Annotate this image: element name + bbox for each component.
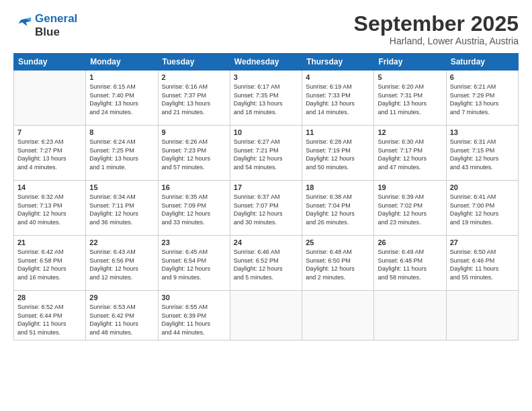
day-info: Sunrise: 6:38 AM Sunset: 7:04 PM Dayligh… <box>306 193 370 226</box>
calendar-cell <box>14 71 86 126</box>
day-number: 28 <box>17 293 82 302</box>
calendar-cell: 17Sunrise: 6:37 AM Sunset: 7:07 PM Dayli… <box>230 181 302 236</box>
calendar-body: 1Sunrise: 6:15 AM Sunset: 7:40 PM Daylig… <box>14 71 519 340</box>
day-number: 4 <box>306 73 370 81</box>
calendar-cell: 9Sunrise: 6:26 AM Sunset: 7:23 PM Daylig… <box>158 126 230 181</box>
day-number: 27 <box>450 238 515 246</box>
day-info: Sunrise: 6:24 AM Sunset: 7:25 PM Dayligh… <box>89 138 154 171</box>
weekday-saturday: Saturday <box>446 54 518 71</box>
weekday-header-row: SundayMondayTuesdayWednesdayThursdayFrid… <box>14 54 519 71</box>
location-subtitle: Harland, Lower Austria, Austria <box>354 36 519 46</box>
calendar-cell: 10Sunrise: 6:27 AM Sunset: 7:21 PM Dayli… <box>230 126 302 181</box>
calendar-cell: 21Sunrise: 6:42 AM Sunset: 6:58 PM Dayli… <box>14 236 86 291</box>
day-number: 22 <box>89 238 154 246</box>
calendar-cell: 15Sunrise: 6:34 AM Sunset: 7:11 PM Dayli… <box>86 181 158 236</box>
calendar-cell: 23Sunrise: 6:45 AM Sunset: 6:54 PM Dayli… <box>158 236 230 291</box>
day-info: Sunrise: 6:46 AM Sunset: 6:52 PM Dayligh… <box>234 248 298 281</box>
calendar-cell: 18Sunrise: 6:38 AM Sunset: 7:04 PM Dayli… <box>302 181 374 236</box>
calendar-cell: 5Sunrise: 6:20 AM Sunset: 7:31 PM Daylig… <box>374 71 446 126</box>
day-number: 11 <box>306 128 370 136</box>
day-number: 6 <box>450 73 515 81</box>
calendar-cell: 26Sunrise: 6:49 AM Sunset: 6:48 PM Dayli… <box>374 236 446 291</box>
day-number: 17 <box>234 183 298 191</box>
calendar-cell: 24Sunrise: 6:46 AM Sunset: 6:52 PM Dayli… <box>230 236 302 291</box>
calendar-cell: 22Sunrise: 6:43 AM Sunset: 6:56 PM Dayli… <box>86 236 158 291</box>
week-row-4: 21Sunrise: 6:42 AM Sunset: 6:58 PM Dayli… <box>14 236 519 291</box>
day-info: Sunrise: 6:37 AM Sunset: 7:07 PM Dayligh… <box>234 193 298 226</box>
week-row-3: 14Sunrise: 6:32 AM Sunset: 7:13 PM Dayli… <box>14 181 519 236</box>
day-info: Sunrise: 6:42 AM Sunset: 6:58 PM Dayligh… <box>17 248 82 281</box>
day-info: Sunrise: 6:16 AM Sunset: 7:37 PM Dayligh… <box>162 83 226 116</box>
calendar-cell: 12Sunrise: 6:30 AM Sunset: 7:17 PM Dayli… <box>374 126 446 181</box>
day-info: Sunrise: 6:30 AM Sunset: 7:17 PM Dayligh… <box>378 138 442 171</box>
day-number: 3 <box>234 73 298 81</box>
calendar-cell: 29Sunrise: 6:53 AM Sunset: 6:42 PM Dayli… <box>86 291 158 340</box>
logo-text: General Blue <box>35 12 77 38</box>
calendar-cell: 16Sunrise: 6:35 AM Sunset: 7:09 PM Dayli… <box>158 181 230 236</box>
day-number: 24 <box>234 238 298 246</box>
day-number: 26 <box>378 238 442 246</box>
day-info: Sunrise: 6:20 AM Sunset: 7:31 PM Dayligh… <box>378 83 442 116</box>
calendar-cell: 6Sunrise: 6:21 AM Sunset: 7:29 PM Daylig… <box>446 71 518 126</box>
calendar-cell: 3Sunrise: 6:17 AM Sunset: 7:35 PM Daylig… <box>230 71 302 126</box>
week-row-5: 28Sunrise: 6:52 AM Sunset: 6:44 PM Dayli… <box>14 291 519 340</box>
weekday-tuesday: Tuesday <box>158 54 230 71</box>
calendar-cell: 2Sunrise: 6:16 AM Sunset: 7:37 PM Daylig… <box>158 71 230 126</box>
day-number: 5 <box>378 73 442 81</box>
day-info: Sunrise: 6:43 AM Sunset: 6:56 PM Dayligh… <box>89 248 154 281</box>
title-block: September 2025 Harland, Lower Austria, A… <box>354 12 519 46</box>
calendar-cell: 4Sunrise: 6:19 AM Sunset: 7:33 PM Daylig… <box>302 71 374 126</box>
day-info: Sunrise: 6:26 AM Sunset: 7:23 PM Dayligh… <box>162 138 226 171</box>
day-info: Sunrise: 6:19 AM Sunset: 7:33 PM Dayligh… <box>306 83 370 116</box>
day-number: 23 <box>162 238 226 246</box>
logo-line1: General <box>35 12 77 25</box>
week-row-1: 1Sunrise: 6:15 AM Sunset: 7:40 PM Daylig… <box>14 71 519 126</box>
day-info: Sunrise: 6:21 AM Sunset: 7:29 PM Dayligh… <box>450 83 515 116</box>
day-number: 20 <box>450 183 515 191</box>
day-number: 1 <box>89 73 154 81</box>
day-number: 15 <box>89 183 154 191</box>
calendar-cell: 11Sunrise: 6:28 AM Sunset: 7:19 PM Dayli… <box>302 126 374 181</box>
day-number: 19 <box>378 183 442 191</box>
week-row-2: 7Sunrise: 6:23 AM Sunset: 7:27 PM Daylig… <box>14 126 519 181</box>
weekday-sunday: Sunday <box>14 54 86 71</box>
calendar: SundayMondayTuesdayWednesdayThursdayFrid… <box>13 53 519 340</box>
calendar-cell: 20Sunrise: 6:41 AM Sunset: 7:00 PM Dayli… <box>446 181 518 236</box>
day-info: Sunrise: 6:49 AM Sunset: 6:48 PM Dayligh… <box>378 248 442 281</box>
weekday-friday: Friday <box>374 54 446 71</box>
calendar-cell <box>230 291 302 340</box>
calendar-cell: 13Sunrise: 6:31 AM Sunset: 7:15 PM Dayli… <box>446 126 518 181</box>
day-info: Sunrise: 6:31 AM Sunset: 7:15 PM Dayligh… <box>450 138 515 171</box>
day-number: 14 <box>17 183 82 191</box>
day-info: Sunrise: 6:23 AM Sunset: 7:27 PM Dayligh… <box>17 138 82 171</box>
calendar-cell: 19Sunrise: 6:39 AM Sunset: 7:02 PM Dayli… <box>374 181 446 236</box>
day-info: Sunrise: 6:50 AM Sunset: 6:46 PM Dayligh… <box>450 248 515 281</box>
day-info: Sunrise: 6:53 AM Sunset: 6:42 PM Dayligh… <box>89 303 154 336</box>
day-info: Sunrise: 6:17 AM Sunset: 7:35 PM Dayligh… <box>234 83 298 116</box>
day-info: Sunrise: 6:55 AM Sunset: 6:39 PM Dayligh… <box>162 303 226 336</box>
day-number: 8 <box>89 128 154 136</box>
day-number: 9 <box>162 128 226 136</box>
day-info: Sunrise: 6:28 AM Sunset: 7:19 PM Dayligh… <box>306 138 370 171</box>
header: General Blue September 2025 Harland, Low… <box>13 12 519 46</box>
calendar-cell: 27Sunrise: 6:50 AM Sunset: 6:46 PM Dayli… <box>446 236 518 291</box>
day-number: 16 <box>162 183 226 191</box>
weekday-thursday: Thursday <box>302 54 374 71</box>
day-info: Sunrise: 6:15 AM Sunset: 7:40 PM Dayligh… <box>89 83 154 116</box>
page: General Blue September 2025 Harland, Low… <box>0 0 532 411</box>
day-info: Sunrise: 6:45 AM Sunset: 6:54 PM Dayligh… <box>162 248 226 281</box>
calendar-cell: 7Sunrise: 6:23 AM Sunset: 7:27 PM Daylig… <box>14 126 86 181</box>
month-title: September 2025 <box>354 12 519 36</box>
day-number: 10 <box>234 128 298 136</box>
calendar-cell: 30Sunrise: 6:55 AM Sunset: 6:39 PM Dayli… <box>158 291 230 340</box>
calendar-cell: 8Sunrise: 6:24 AM Sunset: 7:25 PM Daylig… <box>86 126 158 181</box>
calendar-cell <box>446 291 518 340</box>
day-info: Sunrise: 6:48 AM Sunset: 6:50 PM Dayligh… <box>306 248 370 281</box>
day-number: 13 <box>450 128 515 136</box>
logo-icon <box>13 16 32 35</box>
day-info: Sunrise: 6:34 AM Sunset: 7:11 PM Dayligh… <box>89 193 154 226</box>
day-number: 29 <box>89 293 154 302</box>
day-info: Sunrise: 6:27 AM Sunset: 7:21 PM Dayligh… <box>234 138 298 171</box>
day-number: 30 <box>162 293 226 302</box>
day-info: Sunrise: 6:52 AM Sunset: 6:44 PM Dayligh… <box>17 303 82 336</box>
